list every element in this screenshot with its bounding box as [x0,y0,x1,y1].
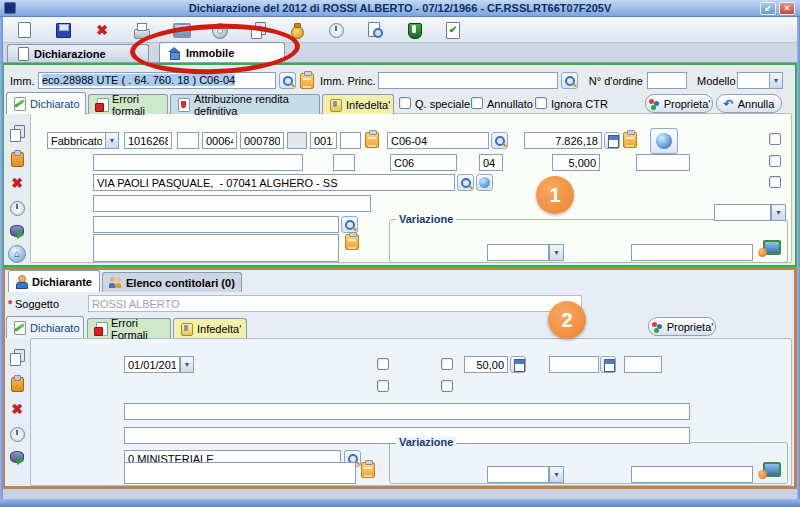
rail-home-icon[interactable]: ⌂ [8,245,26,263]
globe-button[interactable] [650,128,678,154]
valore-note-icon[interactable] [623,132,637,148]
detrazione-calc-icon[interactable] [600,356,616,373]
imm-note-icon[interactable] [300,73,314,89]
grid-note-icon[interactable] [365,132,379,148]
search-document-icon[interactable] [366,21,384,39]
nuova-data-dropdown-1[interactable]: ▼ [549,244,564,261]
nuovo-motivo-input-1[interactable] [631,244,753,261]
save-icon[interactable] [54,21,72,39]
tab-dichiarazione[interactable]: Dichiarazione [7,44,149,62]
fonte-dati-search-icon-1[interactable] [341,216,358,233]
nuova-data-dropdown-2[interactable]: ▼ [549,466,564,483]
print-icon[interactable] [132,21,150,39]
cat-input[interactable] [390,154,457,171]
acquisto-checkbox[interactable] [377,358,389,370]
caratteristiche-select[interactable] [47,132,106,149]
tab-errori-formali-2[interactable]: Errori Formali [87,318,171,338]
partita-input[interactable] [124,132,172,149]
sub-input[interactable] [310,132,337,149]
imm-search-icon[interactable] [279,72,296,89]
percento-input[interactable] [624,356,662,373]
imm-input[interactable]: eco.28988 UTE ( . 64. 760. 18 ) C06-04 [38,72,276,89]
rail-history-icon[interactable] [8,199,26,217]
fonte-dati-input-1[interactable] [93,216,339,233]
caratteristiche-dropdown-button[interactable]: ▼ [105,132,119,149]
sez-input[interactable] [177,132,199,149]
proprieta-button-2[interactable]: Proprieta' [648,317,716,336]
usa-valore-checkbox[interactable] [769,133,781,145]
tab-elenco-contitolari[interactable]: Elenco contitolari (0) [102,272,242,292]
cessione-checkbox[interactable] [441,358,453,370]
proprieta-button-1[interactable]: Proprieta' [645,94,713,113]
cons-input[interactable] [552,154,600,171]
note-textarea-2[interactable] [124,462,356,484]
rail-copy-icon[interactable] [8,348,26,366]
restore-window-button[interactable]: ↙ [760,2,776,15]
provvisorio-checkbox[interactable] [769,155,781,167]
accesso-map-icon[interactable] [476,174,493,191]
cl-input[interactable] [479,154,503,171]
anno-input[interactable] [333,154,355,171]
disc-icon[interactable] [210,21,228,39]
copy-icon[interactable] [249,21,267,39]
modello-select[interactable] [737,72,770,89]
ubicazione-input[interactable] [93,195,371,212]
rail-delete-icon[interactable]: ✖ [8,400,26,418]
n-prot-input[interactable] [93,154,303,171]
data-variazione-dropdown[interactable]: ▼ [180,356,194,373]
tab-infedelta-1[interactable]: Infedelta' [322,94,394,114]
note-textarea-1[interactable] [93,234,339,262]
valore-calc-icon[interactable] [604,132,620,149]
money-bag-icon[interactable] [288,21,306,39]
nuova-data-input-2[interactable] [487,466,549,483]
riduzione-checkbox[interactable] [377,380,389,392]
motivo-pc-icon-2[interactable] [758,462,777,479]
poss-calc-icon[interactable] [510,356,526,373]
new-document-icon[interactable] [15,21,33,39]
annullato-checkbox[interactable] [471,97,483,109]
tab-errori-formali-1[interactable]: Errori formali [88,94,168,114]
imm-princ-input[interactable] [378,72,558,89]
history-icon[interactable] [327,21,345,39]
agenzia-input[interactable] [124,403,690,420]
detrazione-input[interactable] [549,356,599,373]
motivo-pc-icon-1[interactable] [758,240,777,257]
storico-checkbox[interactable] [769,176,781,188]
partic-input[interactable] [240,132,284,149]
rail-paste-icon[interactable] [8,149,26,167]
tab-dichiarato-1[interactable]: Dichiarato [6,92,86,114]
rail-delete-icon[interactable]: ✖ [8,174,26,192]
data-variazione-input[interactable] [124,356,180,373]
security-shield-icon[interactable] [405,21,423,39]
data-fine-lavori-dropdown[interactable]: ▼ [771,204,786,221]
data-fine-lavori-input[interactable] [714,204,771,221]
rail-copy-icon[interactable] [8,124,26,142]
close-window-button[interactable]: × [779,2,795,15]
accesso-input[interactable] [93,174,455,191]
poss-input[interactable] [464,356,508,373]
rail-paste-icon[interactable] [8,374,26,392]
accesso-search-icon[interactable] [457,174,474,191]
note-icon-2[interactable] [361,462,375,478]
esenzione-checkbox[interactable] [441,380,453,392]
note-icon-1[interactable] [345,234,359,250]
rail-history-icon[interactable] [8,425,26,443]
rail-export-icon[interactable] [8,223,26,241]
imm-princ-search-icon[interactable] [561,72,578,89]
tab-immobile[interactable]: Immobile [159,42,285,62]
categoria-search-icon[interactable] [491,132,508,149]
tab-attribuzione-rendita[interactable]: Attribuzione rendita definitiva [170,94,320,114]
preview-icon[interactable] [171,21,189,39]
validate-icon[interactable]: ✔ [444,21,462,39]
foglio-input[interactable] [202,132,237,149]
ignora-ctr-checkbox[interactable] [535,97,547,109]
categoria-input[interactable] [387,132,489,149]
rend-input[interactable] [636,154,690,171]
q-speciale-checkbox[interactable] [399,97,411,109]
nuova-data-input-1[interactable] [487,244,549,261]
tab-dichiarante[interactable]: Dichiarante [8,270,100,292]
delete-icon[interactable]: ✖ [93,21,111,39]
valore-input[interactable] [524,132,602,149]
pmat-input[interactable] [340,132,361,149]
tab-infedelta-2[interactable]: Infedelta' [173,318,247,338]
